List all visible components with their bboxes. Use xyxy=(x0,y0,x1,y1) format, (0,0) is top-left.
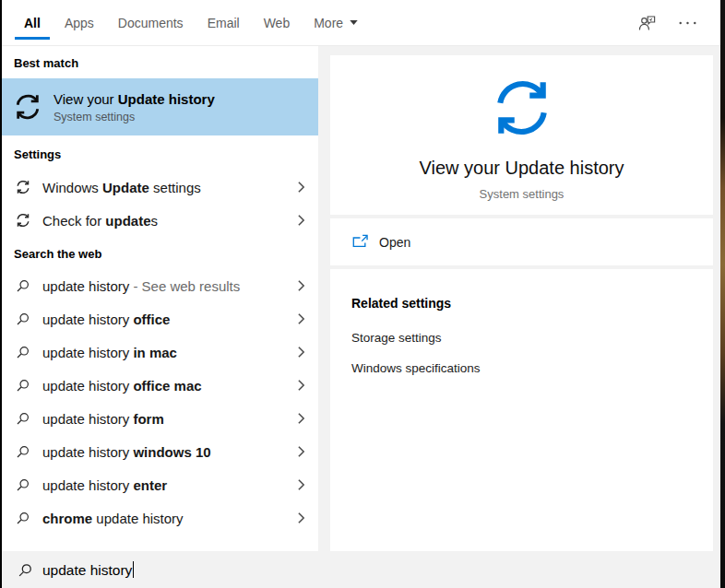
search-icon xyxy=(16,444,30,459)
result-label: Check for updates xyxy=(42,213,290,229)
chevron-down-icon xyxy=(350,20,358,25)
chevron-right-icon[interactable] xyxy=(297,445,305,458)
chevron-right-icon[interactable] xyxy=(297,478,305,491)
search-icon xyxy=(16,378,30,393)
tab-email[interactable]: Email xyxy=(208,0,240,45)
settings-result-windows-update[interactable]: Windows Update settings xyxy=(2,171,318,204)
related-link-specifications[interactable]: Windows specifications xyxy=(351,362,695,375)
related-settings-card: Related settings Storage settings Window… xyxy=(330,269,713,551)
chevron-right-icon[interactable] xyxy=(297,214,305,227)
preview-subtitle: System settings xyxy=(480,187,565,201)
result-label: update history in mac xyxy=(42,345,290,360)
search-icon xyxy=(16,278,30,293)
chevron-right-icon[interactable] xyxy=(297,279,305,292)
tab-documents[interactable]: Documents xyxy=(118,0,184,45)
web-result[interactable]: update history in mac xyxy=(2,335,318,369)
result-label: update history enter xyxy=(42,477,290,493)
related-settings-header: Related settings xyxy=(351,297,695,310)
search-icon xyxy=(16,312,30,326)
tab-apps[interactable]: Apps xyxy=(65,0,94,45)
web-result[interactable]: update history office xyxy=(2,302,318,335)
open-external-icon xyxy=(351,234,368,250)
best-match-text: View your Update history System settings xyxy=(53,90,215,123)
tab-web[interactable]: Web xyxy=(264,0,291,45)
search-input[interactable]: update history xyxy=(42,561,134,579)
best-match-title: View your Update history xyxy=(53,90,215,108)
web-result[interactable]: update history windows 10 xyxy=(2,435,318,468)
result-label: update history office xyxy=(42,312,290,327)
search-icon xyxy=(16,411,30,426)
result-label: update history windows 10 xyxy=(42,444,290,460)
result-label: chrome update history xyxy=(42,511,290,526)
sync-icon xyxy=(14,93,42,121)
chevron-right-icon[interactable] xyxy=(297,181,305,194)
web-result[interactable]: update history enter xyxy=(2,468,318,501)
best-match-result[interactable]: View your Update history System settings xyxy=(2,78,318,135)
best-match-subtitle: System settings xyxy=(53,111,215,123)
web-result[interactable]: update history form xyxy=(2,402,318,435)
search-filter-bar: All Apps Documents Email Web More xyxy=(2,0,720,46)
tab-all[interactable]: All xyxy=(24,0,41,45)
web-result[interactable]: update history office mac xyxy=(2,369,318,402)
chevron-right-icon[interactable] xyxy=(297,346,305,359)
web-result[interactable]: update history - See web results xyxy=(2,269,318,302)
preview-card: View your Update history System settings xyxy=(330,55,713,215)
related-link-storage[interactable]: Storage settings xyxy=(351,332,695,345)
best-match-header: Best match xyxy=(2,46,318,71)
chevron-right-icon[interactable] xyxy=(297,412,305,425)
settings-result-check-updates[interactable]: Check for updates xyxy=(2,204,318,237)
search-icon xyxy=(16,345,30,359)
result-label: Windows Update settings xyxy=(42,180,290,195)
search-icon xyxy=(16,511,30,525)
result-label: update history office mac xyxy=(42,378,290,394)
desktop-background-strip xyxy=(720,0,725,588)
sync-icon xyxy=(16,180,30,194)
web-result[interactable]: chrome update history xyxy=(2,501,318,535)
sync-icon xyxy=(16,213,30,228)
search-icon xyxy=(18,562,33,578)
chevron-right-icon[interactable] xyxy=(297,512,305,524)
search-icon xyxy=(16,477,30,492)
settings-results: Windows Update settings Check for update… xyxy=(2,171,318,237)
web-section-header: Search the web xyxy=(2,237,318,262)
filter-tabs: All Apps Documents Email Web More xyxy=(2,0,358,45)
ellipsis-icon[interactable] xyxy=(679,21,696,25)
result-label: update history form xyxy=(42,411,290,427)
chevron-right-icon[interactable] xyxy=(297,379,305,392)
feedback-icon[interactable] xyxy=(637,14,657,32)
web-results: update history - See web results update … xyxy=(2,269,318,535)
search-box[interactable]: update history xyxy=(2,551,720,588)
text-cursor xyxy=(133,561,134,578)
settings-section-header: Settings xyxy=(2,135,318,162)
tab-more[interactable]: More xyxy=(314,0,358,45)
sync-icon xyxy=(492,77,553,138)
chevron-right-icon[interactable] xyxy=(297,312,305,325)
open-label: Open xyxy=(379,235,410,250)
open-action[interactable]: Open xyxy=(330,218,713,265)
preview-title: View your Update history xyxy=(420,158,624,179)
search-results-panel: Best match View your Update history Syst… xyxy=(2,46,318,551)
result-label: update history - See web results xyxy=(42,278,290,294)
